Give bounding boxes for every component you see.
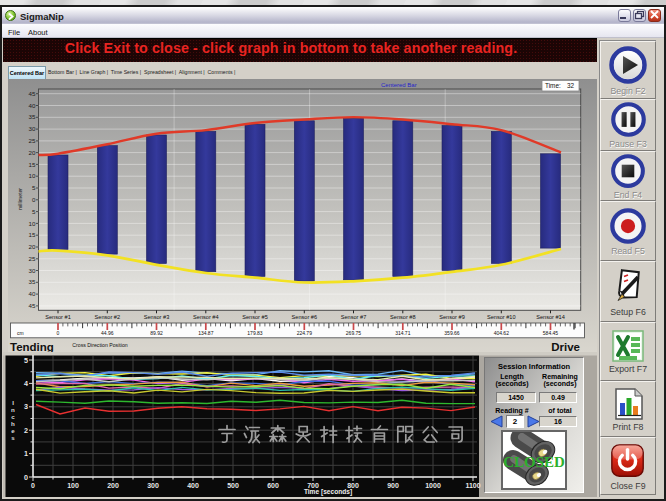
svg-text:404.62: 404.62 xyxy=(494,330,510,336)
svg-text:Tending: Tending xyxy=(10,341,54,352)
svg-text:Drive: Drive xyxy=(551,341,580,352)
svg-text:179.83: 179.83 xyxy=(247,330,263,336)
svg-text:0: 0 xyxy=(31,482,35,489)
svg-text:20: 20 xyxy=(29,149,36,156)
svg-text:400: 400 xyxy=(187,482,199,489)
svg-text:89.92: 89.92 xyxy=(150,330,163,336)
svg-text:45: 45 xyxy=(29,90,36,97)
svg-text:e: e xyxy=(11,427,15,434)
svg-text:Sensor #1: Sensor #1 xyxy=(45,314,71,320)
svg-text:Sensor #9: Sensor #9 xyxy=(439,314,465,320)
svg-text:359.66: 359.66 xyxy=(444,330,460,336)
svg-text:1: 1 xyxy=(24,449,28,458)
svg-text:20: 20 xyxy=(29,243,36,250)
svg-text:45: 45 xyxy=(29,302,36,309)
svg-text:Time [seconds]: Time [seconds] xyxy=(304,488,352,496)
svg-text:5: 5 xyxy=(32,184,36,191)
svg-text:Sensor #2: Sensor #2 xyxy=(95,314,121,320)
svg-text:44.96: 44.96 xyxy=(101,330,114,336)
svg-text:h: h xyxy=(11,420,15,427)
svg-text:10: 10 xyxy=(29,220,36,227)
svg-text:1100: 1100 xyxy=(465,482,480,489)
svg-text:Centered Bar: Centered Bar xyxy=(381,82,417,88)
svg-text:2: 2 xyxy=(24,426,28,435)
svg-text:Time:: Time: xyxy=(545,82,561,89)
svg-text:25: 25 xyxy=(29,255,36,262)
svg-text:millimeter: millimeter xyxy=(17,188,23,210)
svg-text:584.45: 584.45 xyxy=(543,330,559,336)
svg-text:35: 35 xyxy=(29,113,36,120)
svg-text:15: 15 xyxy=(29,231,36,238)
svg-text:Sensor #3: Sensor #3 xyxy=(144,314,170,320)
svg-text:I: I xyxy=(12,399,14,406)
svg-text:200: 200 xyxy=(107,482,119,489)
svg-text:4: 4 xyxy=(24,379,28,388)
svg-text:0: 0 xyxy=(57,330,60,336)
svg-text:224.79: 224.79 xyxy=(297,330,313,336)
svg-text:s: s xyxy=(11,434,15,441)
svg-text:40: 40 xyxy=(29,102,36,109)
svg-text:500: 500 xyxy=(227,482,239,489)
svg-text:35: 35 xyxy=(29,278,36,285)
svg-text:Sensor #8: Sensor #8 xyxy=(390,314,416,320)
svg-text:900: 900 xyxy=(387,482,399,489)
svg-text:600: 600 xyxy=(267,482,279,489)
svg-text:30: 30 xyxy=(29,267,36,274)
svg-text:Cross Direction Position: Cross Direction Position xyxy=(72,342,127,348)
svg-text:314.71: 314.71 xyxy=(395,330,411,336)
svg-text:0: 0 xyxy=(32,196,36,203)
svg-text:5: 5 xyxy=(32,208,36,215)
svg-text:1000: 1000 xyxy=(425,482,441,489)
svg-text:134.87: 134.87 xyxy=(198,330,214,336)
svg-text:Sensor #10: Sensor #10 xyxy=(487,314,516,320)
svg-text:Sensor #6: Sensor #6 xyxy=(292,314,318,320)
svg-text:n: n xyxy=(11,406,15,413)
svg-text:cm: cm xyxy=(17,330,24,336)
svg-text:32: 32 xyxy=(567,82,575,89)
svg-text:c: c xyxy=(11,413,15,420)
svg-text:5: 5 xyxy=(24,356,28,365)
svg-text:Sensor #4: Sensor #4 xyxy=(193,314,219,320)
svg-text:Sensor #5: Sensor #5 xyxy=(242,314,268,320)
svg-text:10: 10 xyxy=(29,172,36,179)
svg-text:100: 100 xyxy=(67,482,79,489)
svg-text:Sensor #7: Sensor #7 xyxy=(341,314,367,320)
svg-text:0: 0 xyxy=(24,473,28,482)
svg-text:15: 15 xyxy=(29,161,36,168)
svg-text:269.75: 269.75 xyxy=(346,330,362,336)
svg-text:Sensor #14: Sensor #14 xyxy=(536,314,565,320)
svg-text:25: 25 xyxy=(29,137,36,144)
svg-text:40: 40 xyxy=(29,290,36,297)
svg-text:30: 30 xyxy=(29,125,36,132)
svg-text:300: 300 xyxy=(147,482,159,489)
svg-text:3: 3 xyxy=(24,402,28,411)
